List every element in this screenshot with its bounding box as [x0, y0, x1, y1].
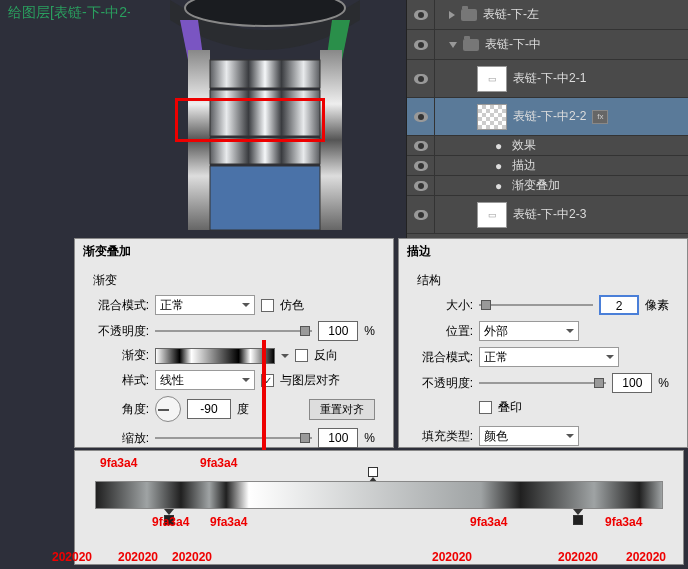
twisty-icon[interactable]	[449, 11, 455, 19]
layer-label: 表链-下-中2-3	[513, 206, 586, 223]
visibility-icon[interactable]	[414, 141, 428, 151]
chevron-down-icon	[566, 329, 574, 333]
px: 像素	[645, 297, 669, 314]
gradient-stop-bottom[interactable]	[572, 509, 584, 525]
color-annotation: 9fa3a4	[470, 515, 507, 529]
scale-input[interactable]: 100	[318, 428, 358, 448]
blend-mode-label: 混合模式:	[93, 297, 149, 314]
svg-rect-6	[210, 166, 320, 230]
fx-row[interactable]: ● 渐变叠加	[407, 176, 688, 196]
pct: %	[364, 324, 375, 338]
fx-header-row[interactable]: ● 效果	[407, 136, 688, 156]
overprint-checkbox[interactable]	[479, 401, 492, 414]
blend-mode-dropdown[interactable]: 正常	[479, 347, 619, 367]
svg-rect-2	[320, 50, 342, 230]
opacity-input[interactable]: 100	[318, 321, 358, 341]
gradient-editor	[74, 450, 684, 565]
layer-row-selected[interactable]: 表链-下-中2-2 fx	[407, 98, 688, 136]
color-annotation: 202020	[558, 550, 598, 564]
layer-label: 表链-下-中2-2	[513, 108, 586, 125]
svg-rect-4	[210, 90, 320, 136]
style-dropdown[interactable]: 线性	[155, 370, 255, 390]
gradient-label: 渐变:	[93, 347, 149, 364]
fx-label: 描边	[512, 157, 536, 174]
visibility-icon[interactable]	[414, 161, 428, 171]
opacity-slider[interactable]	[479, 376, 606, 390]
layer-label: 表链-下-中2-1	[513, 70, 586, 87]
reverse-checkbox[interactable]	[295, 349, 308, 362]
angle-input[interactable]: -90	[187, 399, 231, 419]
color-annotation: 202020	[52, 550, 92, 564]
color-annotation: 202020	[432, 550, 472, 564]
blend-mode-label: 混合模式:	[417, 349, 473, 366]
align-label: 与图层对齐	[280, 372, 340, 389]
visibility-icon[interactable]	[414, 40, 428, 50]
size-input[interactable]: 2	[599, 295, 639, 315]
color-annotation: 9fa3a4	[210, 515, 247, 529]
position-dropdown[interactable]: 外部	[479, 321, 579, 341]
layer-thumb: ▭	[477, 202, 507, 228]
watch-preview	[130, 0, 400, 235]
chevron-down-icon[interactable]	[281, 354, 289, 358]
dither-checkbox[interactable]	[261, 299, 274, 312]
color-annotation: 202020	[172, 550, 212, 564]
visibility-icon[interactable]	[414, 210, 428, 220]
fx-label: 效果	[512, 137, 536, 154]
scale-slider[interactable]	[155, 431, 312, 445]
overprint-label: 叠印	[498, 399, 522, 416]
chevron-down-icon	[242, 303, 250, 307]
layer-row-folder[interactable]: 表链-下-中	[407, 30, 688, 60]
color-annotation: 202020	[626, 550, 666, 564]
group-label: 渐变	[93, 272, 375, 289]
style-label: 样式:	[93, 372, 149, 389]
fx-label: 渐变叠加	[512, 177, 560, 194]
dialog-title: 渐变叠加	[75, 239, 393, 264]
chevron-down-icon	[242, 378, 250, 382]
opacity-input[interactable]: 100	[612, 373, 652, 393]
color-annotation: 9fa3a4	[152, 515, 189, 529]
dither-label: 仿色	[280, 297, 304, 314]
layer-row-folder[interactable]: 表链-下-左	[407, 0, 688, 30]
layers-panel: 表链-下-左 表链-下-中 ▭ 表链-下-中2-1 表链-下-中2-2 fx ●…	[406, 0, 688, 238]
color-annotation: 9fa3a4	[605, 515, 642, 529]
color-annotation: 9fa3a4	[200, 456, 237, 470]
svg-rect-5	[210, 138, 320, 164]
twisty-icon[interactable]	[449, 42, 457, 48]
filltype-dropdown[interactable]: 颜色	[479, 426, 579, 446]
gradient-bar[interactable]	[95, 481, 663, 509]
fx-row[interactable]: ● 描边	[407, 156, 688, 176]
blend-mode-dropdown[interactable]: 正常	[155, 295, 255, 315]
chevron-down-icon	[606, 355, 614, 359]
visibility-icon[interactable]	[414, 181, 428, 191]
gradient-preview[interactable]	[155, 348, 275, 364]
angle-label: 角度:	[93, 401, 149, 418]
layer-row[interactable]: ▭ 表链-下-中2-1	[407, 60, 688, 98]
pct: %	[364, 431, 375, 445]
reverse-label: 反向	[314, 347, 338, 364]
dialog-title: 描边	[399, 239, 687, 264]
layer-thumb	[477, 104, 507, 130]
deg: 度	[237, 401, 249, 418]
visibility-icon[interactable]	[414, 112, 428, 122]
chevron-down-icon	[566, 434, 574, 438]
angle-dial[interactable]	[155, 396, 181, 422]
opacity-slider[interactable]	[155, 324, 312, 338]
opacity-label: 不透明度:	[417, 375, 473, 392]
opacity-label: 不透明度:	[93, 323, 149, 340]
fx-icon[interactable]: fx	[592, 110, 608, 124]
visibility-icon[interactable]	[414, 10, 428, 20]
layer-label: 表链-下-中	[485, 36, 541, 53]
size-slider[interactable]	[479, 298, 593, 312]
group-label: 结构	[417, 272, 669, 289]
stroke-dialog: 描边 结构 大小: 2 像素 位置: 外部 混合模式: 正常 不透明度: 100…	[398, 238, 688, 448]
layer-row[interactable]: ▭ 表链-下-中2-3	[407, 196, 688, 234]
gradient-overlay-dialog: 渐变叠加 渐变 混合模式: 正常 仿色 不透明度: 100 % 渐变: 反向 样…	[74, 238, 394, 448]
layer-label: 表链-下-左	[483, 6, 539, 23]
visibility-icon[interactable]	[414, 74, 428, 84]
color-annotation: 202020	[118, 550, 158, 564]
position-label: 位置:	[417, 323, 473, 340]
reset-align-button[interactable]: 重置对齐	[309, 399, 375, 420]
pct: %	[658, 376, 669, 390]
folder-icon	[461, 9, 477, 21]
layer-thumb: ▭	[477, 66, 507, 92]
